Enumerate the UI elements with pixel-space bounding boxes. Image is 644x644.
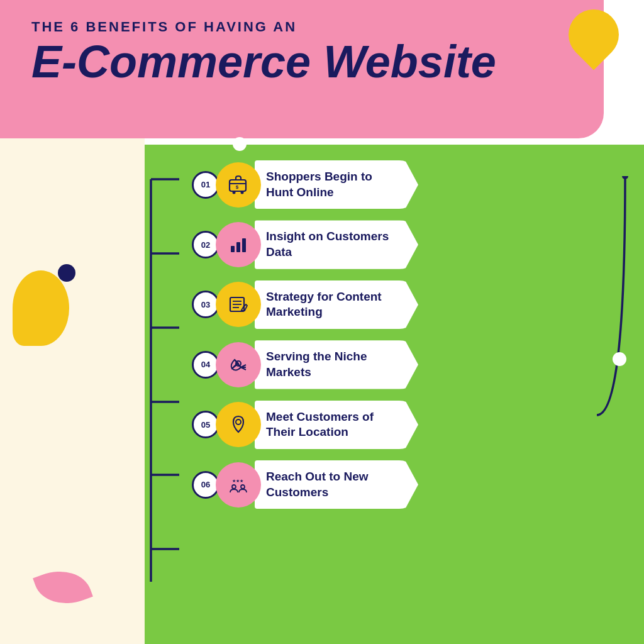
deco-black-dot xyxy=(58,264,75,282)
deco-circle-header xyxy=(233,137,247,151)
list-item: 06 ★★★ Reach Out to NewCustomers xyxy=(157,460,418,509)
right-deco-svg xyxy=(591,176,635,440)
icon-hex-6: ★★★ xyxy=(216,462,261,508)
icon-hex-5 xyxy=(216,402,261,447)
list-item: 01 $ Shoppers Begin toHunt Online xyxy=(157,160,418,209)
item-label-5: Meet Customers ofTheir Location xyxy=(255,401,418,449)
svg-rect-13 xyxy=(236,242,240,252)
item-label-6: Reach Out to NewCustomers xyxy=(255,460,418,509)
svg-point-23 xyxy=(236,419,241,425)
svg-point-25 xyxy=(232,485,236,489)
svg-point-26 xyxy=(241,485,245,489)
page: THE 6 BENEFITS OF HAVING AN E-Commerce W… xyxy=(0,0,644,644)
list-item: 02 Insight on CustomersData xyxy=(157,220,418,269)
svg-point-10 xyxy=(241,191,244,194)
svg-point-9 xyxy=(233,191,236,194)
main-title: E-Commerce Website xyxy=(31,38,496,86)
item-label-3: Strategy for ContentMarketing xyxy=(255,280,418,329)
item-label-1: Shoppers Begin toHunt Online xyxy=(255,160,418,209)
icon-hex-3 xyxy=(216,282,261,327)
items-container: 01 $ Shoppers Begin toHunt Online 02 xyxy=(157,160,418,509)
list-item: 03 Strategy for ContentMarketing xyxy=(157,280,418,329)
deco-yellow-blob xyxy=(13,270,69,346)
icon-hex-1: $ xyxy=(216,162,261,208)
svg-text:$: $ xyxy=(236,184,239,190)
subtitle: THE 6 BENEFITS OF HAVING AN xyxy=(31,19,496,35)
svg-rect-12 xyxy=(231,246,235,252)
item-label-4: Serving the NicheMarkets xyxy=(255,340,418,389)
icon-hex-2 xyxy=(216,222,261,267)
list-item: 04 Serving the NicheMarkets xyxy=(157,340,418,389)
icon-hex-4 xyxy=(216,342,261,387)
header-area: THE 6 BENEFITS OF HAVING AN E-Commerce W… xyxy=(31,19,496,86)
deco-circle-right xyxy=(613,352,626,366)
item-label-2: Insight on CustomersData xyxy=(255,220,418,269)
svg-rect-14 xyxy=(242,238,246,252)
svg-text:★★★: ★★★ xyxy=(232,479,243,483)
svg-point-0 xyxy=(622,176,628,179)
list-item: 05 Meet Customers ofTheir Location xyxy=(157,401,418,449)
